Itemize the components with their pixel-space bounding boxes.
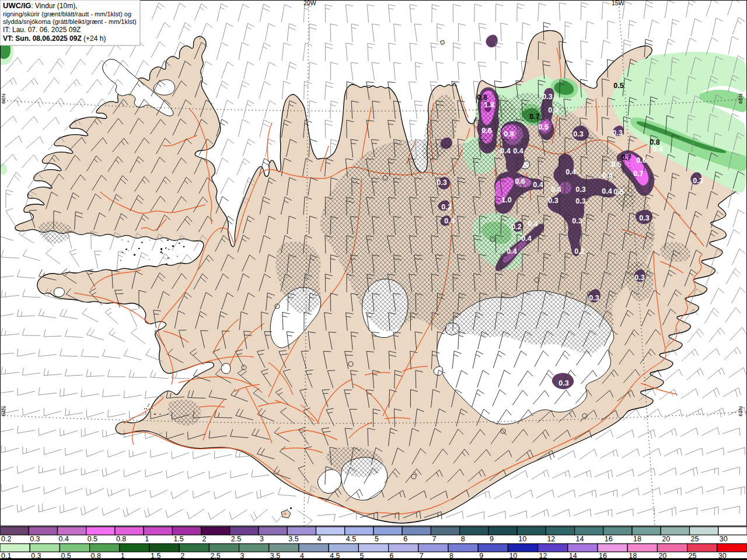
svg-text:66N: 66N — [0, 93, 6, 104]
svg-text:0.5: 0.5 — [613, 188, 623, 196]
svg-text:10: 10 — [518, 535, 526, 543]
svg-text:66N: 66N — [737, 93, 743, 104]
svg-text:0.2: 0.2 — [441, 203, 451, 211]
svg-text:0.7: 0.7 — [633, 170, 643, 178]
svg-text:0.4: 0.4 — [551, 186, 561, 194]
svg-text:0.5: 0.5 — [538, 123, 548, 131]
svg-text:0.5: 0.5 — [88, 535, 97, 543]
svg-text:0.4: 0.4 — [513, 147, 523, 155]
svg-text:UWC/IG: Vindur (10m),: UWC/IG: Vindur (10m), — [3, 1, 78, 10]
svg-text:slydda/snjókoma (grátt/bleikt/: slydda/snjókoma (grátt/bleikt/grænt - mm… — [3, 18, 137, 25]
svg-text:0.3: 0.3 — [548, 106, 558, 114]
svg-text:1.0: 1.0 — [501, 196, 511, 204]
svg-text:0.3: 0.3 — [437, 178, 446, 187]
svg-text:2.5: 2.5 — [231, 535, 241, 543]
svg-text:0.3: 0.3 — [693, 177, 703, 185]
svg-text:3.5: 3.5 — [288, 535, 298, 543]
svg-text:0.4: 0.4 — [533, 181, 543, 189]
svg-text:4.5: 4.5 — [346, 535, 356, 543]
svg-text:0.8: 0.8 — [116, 535, 126, 543]
svg-text:6: 6 — [403, 535, 407, 543]
svg-text:VT: Sun. 08.06.2025 09Z (+24 h: VT: Sun. 08.06.2025 09Z (+24 h) — [3, 34, 106, 43]
svg-text:14: 14 — [576, 535, 584, 543]
svg-text:0.4: 0.4 — [602, 187, 612, 195]
svg-text:0.4: 0.4 — [602, 172, 612, 180]
svg-text:IT: Lau. 07. 06. 2025 09Z: IT: Lau. 07. 06. 2025 09Z — [3, 26, 81, 34]
svg-text:0.3: 0.3 — [575, 197, 585, 205]
svg-text:0.4: 0.4 — [521, 235, 531, 243]
svg-text:0.6: 0.6 — [636, 156, 646, 164]
svg-text:0.2: 0.2 — [574, 247, 584, 256]
svg-text:0.3: 0.3 — [575, 186, 585, 194]
svg-text:0.4: 0.4 — [507, 247, 516, 256]
svg-text:8: 8 — [461, 535, 465, 543]
svg-text:0.3: 0.3 — [542, 93, 552, 101]
svg-text:30: 30 — [720, 535, 728, 543]
svg-text:0.4: 0.4 — [444, 217, 454, 225]
svg-text:1: 1 — [145, 535, 149, 543]
svg-text:0.4: 0.4 — [500, 147, 510, 155]
svg-text:7: 7 — [432, 535, 437, 543]
svg-text:0.6: 0.6 — [481, 127, 491, 135]
svg-text:12: 12 — [547, 535, 555, 543]
svg-text:5: 5 — [375, 535, 379, 543]
svg-text:0.3: 0.3 — [30, 535, 40, 543]
svg-text:0.7: 0.7 — [621, 153, 631, 162]
svg-text:64N: 64N — [737, 406, 743, 416]
svg-text:0.3: 0.3 — [548, 197, 558, 205]
svg-text:1.8: 1.8 — [484, 101, 494, 109]
svg-text:0.5: 0.5 — [613, 82, 623, 90]
svg-text:1.5: 1.5 — [173, 535, 183, 543]
svg-text:20W: 20W — [303, 0, 316, 6]
svg-text:0.2: 0.2 — [511, 223, 521, 231]
svg-text:0.3: 0.3 — [572, 217, 582, 225]
svg-text:0.4: 0.4 — [528, 220, 537, 228]
svg-text:0.3: 0.3 — [558, 379, 568, 387]
svg-text:15W: 15W — [612, 0, 624, 6]
svg-text:16: 16 — [605, 535, 613, 543]
svg-text:2: 2 — [203, 535, 207, 543]
svg-text:3: 3 — [260, 535, 264, 543]
svg-text:rigning/skúrir (grænt/blátt/ra: rigning/skúrir (grænt/blátt/rautt - mm/1… — [3, 10, 131, 18]
svg-text:0.3: 0.3 — [573, 130, 583, 138]
svg-text:0.7: 0.7 — [529, 113, 539, 121]
svg-text:0.4: 0.4 — [652, 145, 662, 153]
svg-text:0.9: 0.9 — [504, 130, 514, 138]
svg-text:0.3: 0.3 — [634, 274, 644, 282]
svg-text:0.5: 0.5 — [611, 160, 621, 169]
svg-text:0.8: 0.8 — [650, 138, 659, 146]
svg-text:0.6: 0.6 — [515, 177, 525, 186]
svg-text:0.4: 0.4 — [566, 168, 575, 176]
svg-text:0.2: 0.2 — [1, 535, 11, 543]
svg-text:20: 20 — [662, 535, 670, 543]
svg-text:25: 25 — [691, 535, 699, 543]
svg-text:0.3: 0.3 — [612, 129, 622, 137]
svg-text:9: 9 — [490, 535, 494, 543]
svg-text:0.8: 0.8 — [477, 93, 487, 102]
svg-text:0.3: 0.3 — [589, 294, 599, 302]
svg-text:0.3: 0.3 — [639, 214, 649, 222]
svg-text:64N: 64N — [0, 406, 6, 416]
svg-text:18: 18 — [633, 535, 641, 543]
svg-text:0.4: 0.4 — [59, 535, 69, 543]
svg-text:4: 4 — [317, 535, 322, 543]
